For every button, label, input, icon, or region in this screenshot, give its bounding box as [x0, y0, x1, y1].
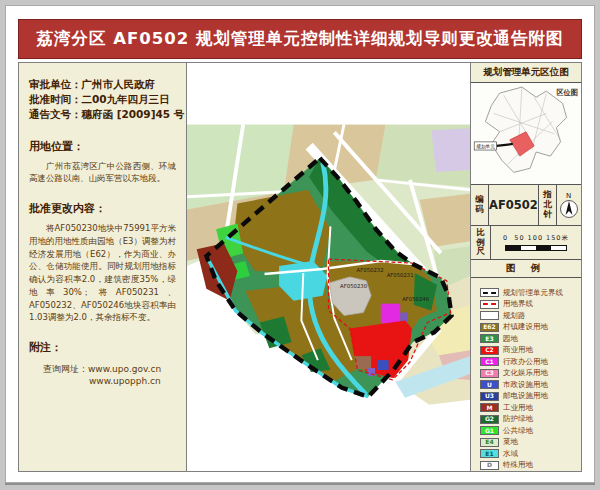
- approval-label: 通告文号：: [29, 108, 82, 120]
- legend-item: 规划管理单元界线: [480, 287, 581, 298]
- legend-item: E3 园地: [480, 333, 581, 344]
- approval-label: 批准时间：: [29, 93, 82, 105]
- query-url-label: 查询网址：: [43, 364, 88, 374]
- location-text: 广州市荔湾区广中公路西侧、环城高速公路以南、山岗军营以东地段。: [29, 160, 176, 186]
- legend-swatch: M: [480, 403, 499, 412]
- legend-swatch: G1: [480, 426, 499, 435]
- legend-item: C1 行政办公用地: [480, 356, 581, 367]
- legend-swatch: U: [480, 380, 499, 389]
- content-frame: 审批单位：广州市人民政府 批准时间：二00九年四月三日 通告文号：穗府函 [20…: [18, 62, 582, 472]
- legend-item: U 市政设施用地: [480, 379, 581, 390]
- municipal-patch: [377, 360, 389, 370]
- legend-label: 规划路: [503, 311, 526, 321]
- parcel-label: AF050246: [402, 296, 430, 302]
- approval-value: 穗府函 [2009]45 号: [82, 108, 185, 120]
- legend-swatch: C2: [480, 346, 499, 355]
- legend-item: M 工业用地: [480, 402, 581, 413]
- legend-label: 菜地: [503, 437, 518, 447]
- legend-swatch: D: [480, 461, 499, 470]
- page-title: 荔湾分区 AF0502 规划管理单元控制性详细规划导则更改通告附图: [18, 19, 582, 59]
- legend-swatch: [480, 311, 499, 320]
- location-map-title: 规划管理单元区位图: [471, 63, 581, 83]
- location-heading: 用地位置：: [29, 139, 176, 154]
- notes-heading: 附注：: [29, 340, 176, 355]
- legend-swatch: E62: [480, 323, 499, 332]
- compass: N: [557, 185, 581, 224]
- legend-label: 工业用地: [503, 403, 533, 413]
- legend-item: E1 水域: [480, 448, 581, 459]
- legend-label: 邮电设施用地: [503, 391, 548, 401]
- legend-label: 特殊用地: [503, 460, 533, 470]
- legend-swatch: E3: [480, 334, 499, 343]
- compass-label: 指北针: [539, 185, 557, 224]
- legend-label: 防护绿地: [503, 414, 533, 424]
- parcel-label: AF050230: [340, 283, 368, 289]
- query-url-2: www.upopph.cn: [43, 376, 176, 386]
- legend-item: C3 文化娱乐用地: [480, 368, 581, 379]
- change-heading: 批准更改内容：: [29, 201, 176, 216]
- info-panel: 审批单位：广州市人民政府 批准时间：二00九年四月三日 通告文号：穗府函 [20…: [19, 63, 187, 471]
- legend-label: 园地: [503, 334, 518, 344]
- legend-title: 图 例: [471, 260, 581, 278]
- scale-row: 比例尺 0 50 100 150米: [471, 226, 581, 261]
- corner-label: 区位图: [556, 88, 577, 97]
- industry-patch: [356, 356, 372, 369]
- change-text: 将AF050230地块中75991平方米用地的用地性质由园地（E3）调整为村经济…: [29, 222, 176, 324]
- legend-swatch: C1: [480, 357, 499, 366]
- legend-swatch: U3: [480, 392, 499, 401]
- planning-map: AF050230 AF050231 AF050232 AF050246: [187, 63, 470, 471]
- approval-value: 二00九年四月三日: [82, 93, 170, 105]
- admin-office-parcel: [381, 304, 400, 324]
- document-sheet: 荔湾分区 AF0502 规划管理单元控制性详细规划导则更改通告附图 审批单位：广…: [5, 5, 595, 483]
- location-map-svg: 规划单元 区位图: [471, 83, 581, 185]
- approval-row: 审批单位：广州市人民政府: [29, 77, 176, 92]
- scale-bar: [505, 245, 567, 251]
- approval-row: 通告文号：穗府函 [2009]45 号: [29, 107, 176, 122]
- legend-swatch: [480, 288, 499, 297]
- legend: 规划管理单元界线 用地界线 规划路: [471, 278, 581, 471]
- scale-bar-area: 0 50 100 150米: [491, 226, 581, 260]
- legend-label: 水域: [503, 449, 518, 459]
- location-map: 规划单元 区位图: [471, 83, 581, 186]
- legend-swatch: G2: [480, 415, 499, 424]
- svg-text:N: N: [566, 192, 571, 200]
- legend-label: 商业用地: [503, 345, 533, 355]
- legend-item: C2 商业用地: [480, 345, 581, 356]
- parcel-label: AF050232: [357, 267, 384, 273]
- unit-code: AF0502: [489, 185, 539, 224]
- approval-rows: 审批单位：广州市人民政府 批准时间：二00九年四月三日 通告文号：穗府函 [20…: [29, 77, 176, 123]
- legend-label: 市政设施用地: [503, 380, 548, 390]
- legend-item: E62 村镇建设用地: [480, 322, 581, 333]
- code-label: 编码: [471, 185, 489, 224]
- legend-label: 用地界线: [503, 299, 533, 309]
- side-panel: 规划管理单元区位图: [470, 63, 581, 471]
- approval-label: 审批单位：: [29, 78, 82, 90]
- callout-label: 规划单元: [476, 143, 495, 150]
- code-row: 编码 AF0502 指北针 N: [471, 185, 581, 225]
- legend-swatch: E1: [480, 449, 499, 458]
- legend-label: 村镇建设用地: [503, 322, 548, 332]
- legend-item: E4 菜地: [480, 437, 581, 448]
- scale-ticks: 0 50 100 150米: [503, 234, 569, 243]
- legend-item: 用地界线: [480, 299, 581, 310]
- legend-swatch: C3: [480, 369, 499, 378]
- legend-item: D 特殊用地: [480, 460, 581, 471]
- planning-map-svg: AF050230 AF050231 AF050232 AF050246: [187, 63, 470, 471]
- legend-item: 规划路: [480, 310, 581, 321]
- legend-swatch: E4: [480, 438, 499, 447]
- legend-label: 规划管理单元界线: [503, 288, 563, 298]
- scale-label: 比例尺: [471, 226, 491, 260]
- legend-item: U3 邮电设施用地: [480, 391, 581, 402]
- compass-icon: N: [557, 190, 581, 220]
- approval-row: 批准时间：二00九年四月三日: [29, 92, 176, 107]
- legend-label: 公共绿地: [503, 426, 533, 436]
- scanned-notice-page: 荔湾分区 AF0502 规划管理单元控制性详细规划导则更改通告附图 审批单位：广…: [0, 0, 600, 490]
- legend-swatch: [480, 300, 499, 309]
- parcel-label: AF050231: [387, 272, 414, 278]
- legend-item: G1 公共绿地: [480, 425, 581, 436]
- query-url-1: www.upo.gov.cn: [88, 364, 161, 374]
- query-urls: 查询网址：www.upo.gov.cn www.upopph.cn: [29, 363, 176, 386]
- approval-value: 广州市人民政府: [82, 78, 156, 90]
- legend-label: 行政办公用地: [503, 357, 548, 367]
- legend-label: 文化娱乐用地: [503, 368, 548, 378]
